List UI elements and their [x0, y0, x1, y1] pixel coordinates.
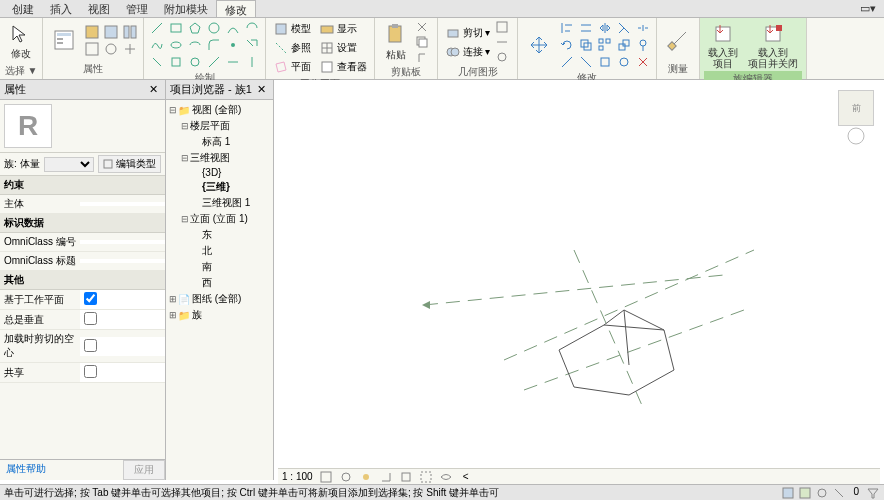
ref-button[interactable]: 参照 [270, 39, 314, 57]
drawing-canvas[interactable]: 前 [274, 80, 884, 480]
match-icon[interactable] [415, 50, 433, 64]
move-button[interactable] [522, 31, 556, 60]
family-types-icon[interactable] [83, 24, 101, 40]
shared-checkbox[interactable] [84, 365, 97, 378]
tree-3d[interactable]: {3D} [168, 166, 271, 179]
viewer-button[interactable]: 查看器 [316, 58, 370, 76]
tab-create[interactable]: 创建 [4, 0, 42, 17]
draw-15[interactable] [186, 54, 204, 70]
cut-icon[interactable] [415, 20, 433, 34]
pick-line-icon[interactable] [243, 37, 261, 53]
tab-view[interactable]: 视图 [80, 0, 118, 17]
tree-3d-view1[interactable]: 三维视图 1 [168, 195, 271, 211]
array-icon[interactable] [596, 37, 614, 53]
prop-icon-6[interactable] [121, 41, 139, 57]
draw-13[interactable] [148, 54, 166, 70]
tree-west[interactable]: 西 [168, 275, 271, 291]
draw-17[interactable] [224, 54, 242, 70]
rect-icon[interactable] [167, 20, 185, 36]
mod-14[interactable] [615, 54, 633, 70]
geom-icon-1[interactable] [495, 20, 513, 34]
visual-style-icon[interactable] [339, 470, 353, 484]
view-cube[interactable]: 前 [838, 90, 874, 126]
status-icon-2[interactable] [798, 486, 812, 500]
mod-11[interactable] [558, 54, 576, 70]
void-cut-checkbox[interactable] [84, 339, 97, 352]
detail-level-icon[interactable] [319, 470, 333, 484]
edit-type-button[interactable]: 编辑类型 [98, 155, 161, 173]
prop-icon-4[interactable] [83, 41, 101, 57]
always-vertical-checkbox[interactable] [84, 312, 97, 325]
prop-icon-5[interactable] [102, 41, 120, 57]
shadows-icon[interactable] [379, 470, 393, 484]
tree-3dviews[interactable]: ⊟三维视图 [168, 150, 271, 166]
reveal-icon[interactable]: < [459, 470, 473, 484]
arc-icon[interactable] [224, 20, 242, 36]
nav-wheel-icon[interactable] [838, 126, 874, 146]
tree-elevations[interactable]: ⊟立面 (立面 1) [168, 211, 271, 227]
geom-icon-2[interactable] [495, 35, 513, 49]
circle-icon[interactable] [205, 20, 223, 36]
plane-button[interactable]: 平面 [270, 58, 314, 76]
load-close-button[interactable]: 载入到 项目并关闭 [744, 20, 802, 71]
properties-close-icon[interactable]: ✕ [146, 83, 161, 96]
align-icon[interactable] [558, 20, 576, 36]
load-into-project-button[interactable]: 载入到 项目 [704, 20, 742, 71]
set-button[interactable]: 设置 [316, 39, 370, 57]
tab-insert[interactable]: 插入 [42, 0, 80, 17]
tab-addins[interactable]: 附加模块 [156, 0, 216, 17]
join-button[interactable]: 连接 ▾ [442, 43, 493, 61]
filter-icon[interactable] [866, 486, 880, 500]
hide-icon[interactable] [439, 470, 453, 484]
ribbon-collapse-icon[interactable]: ▭▾ [852, 0, 884, 17]
cut-geom-button[interactable]: 剪切 ▾ [442, 24, 493, 42]
sun-path-icon[interactable] [359, 470, 373, 484]
copy-icon[interactable] [415, 35, 433, 49]
tree-east[interactable]: 东 [168, 227, 271, 243]
type-dropdown[interactable] [44, 157, 95, 172]
tree-families[interactable]: ⊞📁族 [168, 307, 271, 323]
mirror-icon[interactable] [596, 20, 614, 36]
tree-sheets[interactable]: ⊞📄图纸 (全部) [168, 291, 271, 307]
tree-north[interactable]: 北 [168, 243, 271, 259]
crop-region-icon[interactable] [419, 470, 433, 484]
tree-floorplans[interactable]: ⊟楼层平面 [168, 118, 271, 134]
status-icon-3[interactable] [815, 486, 829, 500]
delete-icon[interactable] [634, 54, 652, 70]
omni-title-value[interactable] [80, 259, 165, 263]
arc2-icon[interactable] [243, 20, 261, 36]
tree-south[interactable]: 南 [168, 259, 271, 275]
omni-code-value[interactable] [80, 240, 165, 244]
fillet-icon[interactable] [205, 37, 223, 53]
point-icon[interactable] [224, 37, 242, 53]
family-category-icon[interactable] [102, 24, 120, 40]
draw-14[interactable] [167, 54, 185, 70]
status-icon-1[interactable] [781, 486, 795, 500]
ellipse-icon[interactable] [167, 37, 185, 53]
type-props-icon[interactable] [121, 24, 139, 40]
split-icon[interactable] [634, 20, 652, 36]
pin-icon[interactable] [634, 37, 652, 53]
spline-icon[interactable] [148, 37, 166, 53]
workplane-based-checkbox[interactable] [84, 292, 97, 305]
properties-help-link[interactable]: 属性帮助 [0, 460, 52, 480]
copy-mod-icon[interactable] [577, 37, 595, 53]
offset-icon[interactable] [577, 20, 595, 36]
paste-button[interactable]: 粘贴 [379, 21, 413, 64]
properties-button[interactable] [47, 26, 81, 55]
modify-button[interactable]: 修改 [4, 20, 38, 63]
geom-icon-3[interactable] [495, 50, 513, 64]
tree-level1[interactable]: 标高 1 [168, 134, 271, 150]
show-button[interactable]: 显示 [316, 20, 370, 38]
scale-label[interactable]: 1 : 100 [282, 471, 313, 482]
draw-18[interactable] [243, 54, 261, 70]
browser-close-icon[interactable]: ✕ [254, 83, 269, 96]
polygon-icon[interactable] [186, 20, 204, 36]
line-icon[interactable] [148, 20, 166, 36]
mod-12[interactable] [577, 54, 595, 70]
mod-13[interactable] [596, 54, 614, 70]
crop-icon[interactable] [399, 470, 413, 484]
tree-3d-name[interactable]: {三维} [168, 179, 271, 195]
scale-icon[interactable] [615, 37, 633, 53]
status-icon-4[interactable] [832, 486, 846, 500]
